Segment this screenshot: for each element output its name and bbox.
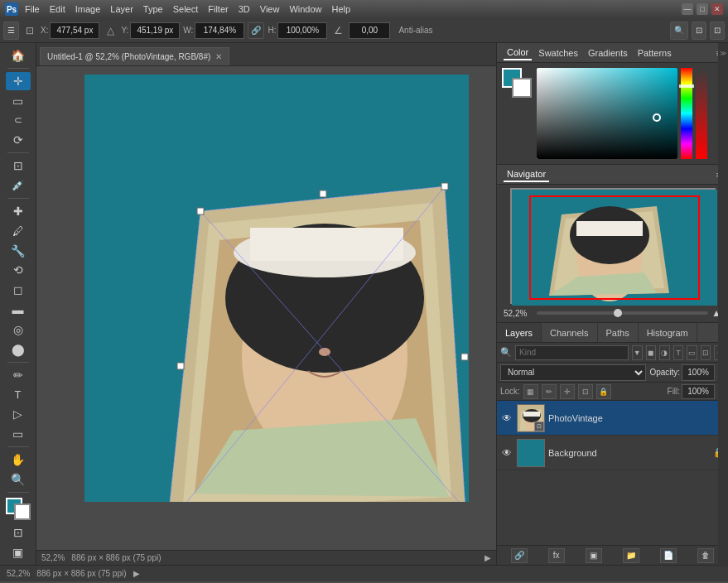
angle-input[interactable]	[349, 22, 390, 39]
zoom-slider[interactable]	[537, 311, 708, 315]
opacity-input[interactable]	[682, 364, 715, 381]
y-input[interactable]	[130, 22, 180, 39]
navigator-thumbnail[interactable]	[510, 188, 716, 304]
layer-visibility-toggle[interactable]: 👁	[500, 446, 513, 460]
quick-select-tool[interactable]: ⟳	[6, 131, 31, 149]
x-input[interactable]	[50, 22, 99, 39]
menu-file[interactable]: File	[25, 4, 40, 14]
history-brush-tool[interactable]: ⟲	[6, 261, 31, 279]
crop-tool[interactable]: ⊡	[6, 157, 31, 175]
scroll-right[interactable]: ▶	[485, 553, 491, 562]
background-swatch[interactable]	[512, 78, 532, 98]
layer-filter-text-btn[interactable]: T	[673, 345, 684, 360]
menu-window[interactable]: Window	[289, 4, 321, 14]
opacity-slider[interactable]	[696, 68, 707, 159]
menu-filter[interactable]: Filter	[208, 4, 228, 14]
toolbar: 🏠 ✛ ▭ ⊂ ⟳ ⊡ 💉 ✚ 🖊 🔧 ⟲ ◻ ▬ ◎ ⬤ ✏	[0, 43, 36, 565]
mask-mode-btn[interactable]: ⊡	[6, 523, 31, 542]
minimize-button[interactable]: —	[682, 3, 693, 15]
arrange-btn[interactable]: ⊡	[692, 22, 706, 40]
hand-tool[interactable]: ✋	[6, 450, 31, 469]
lock-transparent-btn[interactable]: ▦	[523, 384, 538, 399]
marquee-tool[interactable]: ▭	[6, 92, 31, 110]
tab-color[interactable]: Color	[504, 46, 532, 60]
dodge-tool[interactable]: ⬤	[6, 340, 31, 359]
fg-bg-selector[interactable]	[502, 68, 532, 98]
add-mask-btn[interactable]: ▣	[586, 548, 602, 563]
shape-tool[interactable]: ▭	[6, 425, 31, 443]
path-select-tool[interactable]: ▷	[6, 406, 31, 424]
canvas-wrapper[interactable]	[36, 66, 496, 550]
blend-mode-select[interactable]: Normal	[500, 364, 646, 381]
tab-gradients[interactable]: Gradients	[585, 46, 631, 60]
canvas-document[interactable]	[84, 75, 469, 502]
healing-tool[interactable]: ✚	[6, 202, 31, 220]
new-group-btn[interactable]: 📁	[623, 548, 639, 563]
maximize-button[interactable]: □	[697, 3, 708, 15]
layer-visibility-toggle[interactable]: 👁	[500, 412, 513, 425]
eraser-tool[interactable]: ◻	[6, 281, 31, 299]
document-tab[interactable]: Untitled-1 @ 52,2% (PhotoVintage, RGB/8#…	[40, 47, 229, 65]
layer-item[interactable]: 👁 Background 🔒	[497, 436, 728, 470]
fill-input[interactable]	[682, 384, 715, 399]
link-dimensions-btn[interactable]: 🔗	[248, 22, 264, 39]
share-btn[interactable]: ⊡	[710, 22, 725, 40]
move-tool[interactable]: ✛	[6, 72, 31, 90]
menu-view[interactable]: View	[260, 4, 280, 14]
layer-filter-shape-btn[interactable]: ▭	[687, 345, 697, 360]
lasso-tool[interactable]: ⊂	[6, 112, 31, 130]
home-tool[interactable]: 🏠	[6, 46, 31, 65]
color-picker[interactable]	[6, 498, 31, 520]
menu-layer[interactable]: Layer	[110, 4, 133, 14]
collapse-btn[interactable]: ≫	[720, 50, 726, 57]
search-btn[interactable]: 🔍	[670, 22, 688, 40]
tab-histogram[interactable]: Histogram	[639, 323, 697, 342]
menu-image[interactable]: Image	[75, 4, 101, 14]
brush-tool[interactable]: 🖊	[6, 222, 31, 240]
link-layers-btn[interactable]: 🔗	[511, 548, 528, 563]
menu-select[interactable]: Select	[173, 4, 199, 14]
layer-filter-type-btn[interactable]: ▼	[632, 345, 643, 360]
layer-filter-smart-btn[interactable]: ⊡	[701, 345, 711, 360]
tab-channels[interactable]: Channels	[542, 323, 597, 342]
lock-label: Lock:	[500, 387, 520, 396]
delete-layer-btn[interactable]: 🗑	[697, 548, 714, 563]
blur-tool[interactable]: ◎	[6, 320, 31, 339]
layer-filter-adj-btn[interactable]: ◑	[659, 345, 670, 360]
lock-position-btn[interactable]: ✛	[560, 384, 575, 399]
lock-artboard-btn[interactable]: ⊡	[578, 384, 593, 399]
menu-3d[interactable]: 3D	[239, 4, 250, 14]
h-input[interactable]	[277, 22, 327, 39]
layers-search-input[interactable]	[515, 345, 629, 360]
menu-edit[interactable]: Edit	[50, 4, 65, 14]
close-button[interactable]: ✕	[711, 3, 723, 15]
lock-pixels-btn[interactable]: ✏	[542, 384, 557, 399]
tab-paths[interactable]: Paths	[598, 323, 639, 342]
layer-filter-pixel-btn[interactable]: ◼	[646, 345, 657, 360]
menu-help[interactable]: Help	[332, 4, 351, 14]
screen-mode-btn[interactable]: ▣	[6, 543, 31, 561]
tab-layers[interactable]: Layers	[497, 323, 542, 342]
tab-swatches[interactable]: Swatches	[535, 46, 581, 60]
hue-slider[interactable]	[681, 68, 692, 159]
status-arrow[interactable]: ▶	[133, 569, 140, 578]
background-color[interactable]	[14, 504, 31, 520]
gradient-tool[interactable]: ▬	[6, 301, 31, 319]
zoom-slider-thumb[interactable]	[614, 309, 622, 317]
zoom-tool[interactable]: 🔍	[6, 470, 31, 489]
lock-all-btn[interactable]: 🔒	[596, 384, 611, 399]
add-layer-style-btn[interactable]: fx	[548, 548, 565, 563]
eyedropper-tool[interactable]: 💉	[6, 176, 31, 195]
menu-type[interactable]: Type	[143, 4, 163, 14]
w-input[interactable]	[195, 22, 244, 39]
color-cursor[interactable]	[653, 113, 661, 122]
clone-tool[interactable]: 🔧	[6, 242, 31, 260]
type-tool[interactable]: T	[6, 386, 31, 404]
new-layer-btn[interactable]: 📄	[660, 548, 677, 563]
pen-tool[interactable]: ✏	[6, 366, 31, 384]
layer-item[interactable]: 👁 ⊡ PhotoVintage	[497, 401, 728, 436]
tool-preset-btn[interactable]: ☰	[3, 22, 19, 40]
saturation-value-picker[interactable]	[537, 68, 677, 159]
tab-patterns[interactable]: Patterns	[634, 46, 675, 60]
tab-close-btn[interactable]: ✕	[215, 52, 222, 61]
